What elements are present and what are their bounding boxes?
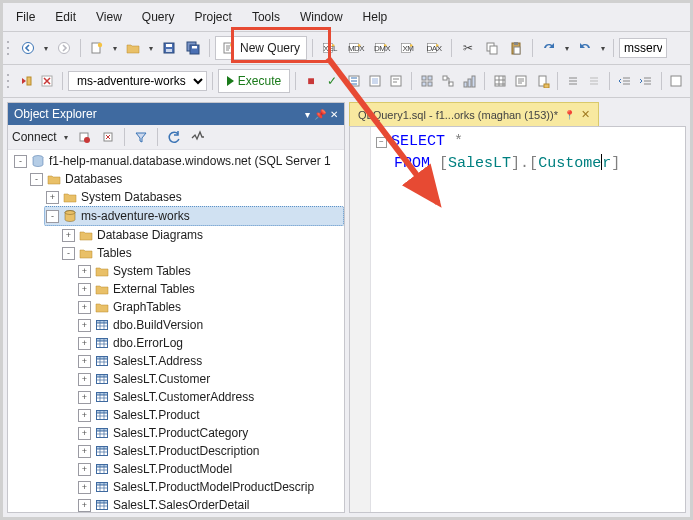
intellisense-button[interactable] xyxy=(387,70,406,92)
expand-icon[interactable]: + xyxy=(78,463,91,476)
redo-dropdown-icon[interactable]: ▾ xyxy=(598,37,608,59)
expand-icon[interactable]: + xyxy=(46,191,59,204)
collapse-icon[interactable]: - xyxy=(46,210,59,223)
dax-query-button[interactable]: DAX xyxy=(422,37,446,59)
redo-button[interactable] xyxy=(574,37,596,59)
use-database-button[interactable] xyxy=(16,70,35,92)
parse-button[interactable]: ✓ xyxy=(323,70,342,92)
pin-icon[interactable]: 📌 xyxy=(314,109,326,120)
menu-query[interactable]: Query xyxy=(133,7,184,27)
filter-button[interactable] xyxy=(130,126,152,148)
cancel-query-button[interactable]: ■ xyxy=(301,70,320,92)
expand-icon[interactable]: + xyxy=(78,283,91,296)
disconnect-button[interactable] xyxy=(73,126,95,148)
query-options-button[interactable] xyxy=(365,70,384,92)
menu-view[interactable]: View xyxy=(87,7,131,27)
undo-button[interactable] xyxy=(538,37,560,59)
menu-tools[interactable]: Tools xyxy=(243,7,289,27)
actual-plan-button[interactable] xyxy=(417,70,436,92)
collapse-icon[interactable]: - xyxy=(30,173,43,186)
results-grid-button[interactable] xyxy=(490,70,509,92)
client-stats-button[interactable] xyxy=(460,70,479,92)
activity-monitor-button[interactable] xyxy=(187,126,209,148)
expand-icon[interactable]: + xyxy=(78,301,91,314)
estimated-plan-button[interactable] xyxy=(344,70,363,92)
open-file-button[interactable] xyxy=(122,37,144,59)
sql-editor[interactable]: −SELECT * FROM [SalesLT].[Customer] xyxy=(349,126,686,513)
mdx-query-button[interactable]: MDX xyxy=(344,37,368,59)
tree-node[interactable]: +dbo.ErrorLog xyxy=(76,334,344,352)
tree-node[interactable]: +SalesLT.Address xyxy=(76,352,344,370)
xel-query-button[interactable]: XEL xyxy=(318,37,342,59)
menu-edit[interactable]: Edit xyxy=(46,7,85,27)
menu-window[interactable]: Window xyxy=(291,7,352,27)
back-button[interactable] xyxy=(17,37,39,59)
editor-tab-active[interactable]: QLQuery1.sql - f1...orks (maghan (153))*… xyxy=(349,102,599,127)
expand-icon[interactable]: + xyxy=(78,481,91,494)
editor-text[interactable]: −SELECT * FROM [SalesLT].[Customer] xyxy=(376,127,685,175)
pin-icon[interactable]: 📍 xyxy=(564,110,575,120)
tree-node[interactable]: +System Databases xyxy=(44,188,344,206)
new-query-button[interactable]: New Query xyxy=(215,36,307,60)
tree-node[interactable]: +SalesLT.Product xyxy=(76,406,344,424)
results-file-button[interactable] xyxy=(533,70,552,92)
refresh-button[interactable] xyxy=(163,126,185,148)
comment-button[interactable] xyxy=(563,70,582,92)
tree-server-node[interactable]: -f1-help-manual.database.windows.net (SQ… xyxy=(12,152,344,170)
paste-button[interactable] xyxy=(505,37,527,59)
tree-node[interactable]: -Tables xyxy=(60,244,344,262)
expand-icon[interactable]: + xyxy=(78,499,91,512)
execute-button[interactable]: Execute xyxy=(218,69,290,93)
tree-node[interactable]: +SalesLT.ProductModelProductDescrip xyxy=(76,478,344,496)
tree-node[interactable]: +dbo.BuildVersion xyxy=(76,316,344,334)
quick-launch-input[interactable] xyxy=(619,38,667,58)
tree-node[interactable]: +External Tables xyxy=(76,280,344,298)
tree-node[interactable]: +SalesLT.ProductModel xyxy=(76,460,344,478)
tree-node[interactable]: +GraphTables xyxy=(76,298,344,316)
expand-icon[interactable]: + xyxy=(62,229,75,242)
xmla-query-button[interactable]: XM xyxy=(396,37,420,59)
undo-dropdown-icon[interactable]: ▾ xyxy=(562,37,572,59)
new-item-dropdown-icon[interactable]: ▾ xyxy=(110,37,120,59)
object-explorer-tree[interactable]: -f1-help-manual.database.windows.net (SQ… xyxy=(8,150,344,512)
forward-dropdown-icon[interactable]: ▾ xyxy=(41,37,51,59)
save-all-button[interactable] xyxy=(182,37,204,59)
save-button[interactable] xyxy=(158,37,180,59)
tree-node[interactable]: +System Tables xyxy=(76,262,344,280)
live-stats-button[interactable] xyxy=(438,70,457,92)
menu-file[interactable]: File xyxy=(7,7,44,27)
menu-project[interactable]: Project xyxy=(186,7,241,27)
expand-icon[interactable]: + xyxy=(78,445,91,458)
specify-values-button[interactable] xyxy=(667,70,686,92)
decrease-indent-button[interactable] xyxy=(615,70,634,92)
expand-icon[interactable]: + xyxy=(78,337,91,350)
copy-button[interactable] xyxy=(481,37,503,59)
collapse-icon[interactable]: - xyxy=(14,155,27,168)
window-position-icon[interactable]: ▾ xyxy=(305,109,310,120)
change-connection-button[interactable] xyxy=(38,70,57,92)
tree-node[interactable]: +SalesLT.ProductDescription xyxy=(76,442,344,460)
tree-node[interactable]: -Databases xyxy=(28,170,344,188)
expand-icon[interactable]: + xyxy=(78,409,91,422)
uncomment-button[interactable] xyxy=(585,70,604,92)
increase-indent-button[interactable] xyxy=(636,70,655,92)
new-item-button[interactable] xyxy=(86,37,108,59)
tree-node[interactable]: +SalesLT.SalesOrderDetail xyxy=(76,496,344,512)
database-selector[interactable]: ms-adventure-works xyxy=(68,71,207,91)
expand-icon[interactable]: + xyxy=(78,265,91,278)
forward-button[interactable] xyxy=(53,37,75,59)
connect-dropdown-icon[interactable]: ▾ xyxy=(61,126,71,148)
expand-icon[interactable]: + xyxy=(78,391,91,404)
expand-icon[interactable]: + xyxy=(78,319,91,332)
expand-icon[interactable]: + xyxy=(78,373,91,386)
tree-node[interactable]: +SalesLT.ProductCategory xyxy=(76,424,344,442)
menu-help[interactable]: Help xyxy=(354,7,397,27)
tree-node[interactable]: +SalesLT.Customer xyxy=(76,370,344,388)
object-explorer-titlebar[interactable]: Object Explorer ▾ 📌 ✕ xyxy=(8,103,344,125)
tree-node[interactable]: +Database Diagrams xyxy=(60,226,344,244)
expand-icon[interactable]: + xyxy=(78,427,91,440)
collapse-icon[interactable]: - xyxy=(62,247,75,260)
results-text-button[interactable] xyxy=(512,70,531,92)
cut-button[interactable]: ✂ xyxy=(457,37,479,59)
expand-icon[interactable]: + xyxy=(78,355,91,368)
